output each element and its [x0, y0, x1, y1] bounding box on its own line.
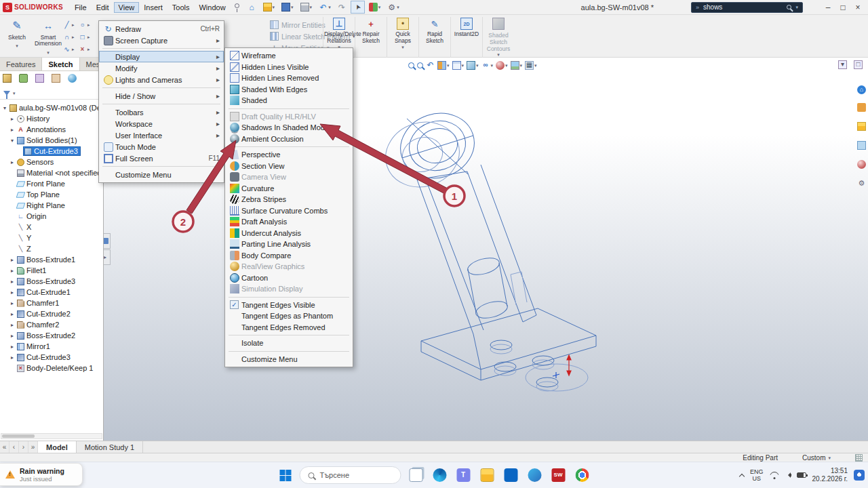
- tab-model[interactable]: Model: [38, 441, 77, 453]
- tree-item-y[interactable]: ╲Y: [1, 232, 103, 243]
- hud-view-orientation[interactable]: ▾: [452, 61, 465, 70]
- fm-tab-feature-manager-tab[interactable]: [3, 74, 12, 84]
- menu-window[interactable]: Window: [194, 2, 230, 13]
- battery-icon[interactable]: [797, 472, 806, 478]
- tree-item-history[interactable]: ▸•History: [1, 113, 103, 124]
- volume-icon[interactable]: [785, 472, 791, 478]
- start-button[interactable]: [277, 467, 294, 484]
- menu-edit[interactable]: Edit: [92, 2, 114, 13]
- expand-arrow-icon[interactable]: ▸: [9, 116, 16, 122]
- menu-tools[interactable]: Tools: [167, 2, 195, 13]
- tree-item-chamfer2[interactable]: ▸Chamfer2: [1, 319, 103, 330]
- menu-item-shaded[interactable]: Shaded: [225, 95, 353, 106]
- hud-apply-scene[interactable]: ▾: [511, 61, 523, 70]
- quicktool-open[interactable]: ▾: [260, 1, 278, 14]
- menu-item-wireframe[interactable]: Wireframe: [225, 50, 353, 62]
- taskpane-resources[interactable]: ⌂: [857, 85, 866, 94]
- taskbar-file-explorer-button[interactable]: [478, 466, 496, 485]
- tab-scroll-start[interactable]: «: [0, 441, 9, 453]
- menu-item-cartoon[interactable]: Cartoon: [225, 272, 353, 284]
- menu-item-camera-view[interactable]: Camera View: [225, 171, 353, 183]
- dropdown-caret-icon[interactable]: ▾: [273, 5, 275, 9]
- dropdown-caret-icon[interactable]: ▾: [397, 5, 399, 9]
- menu-item-customize-menu[interactable]: Customize Menu: [99, 169, 224, 180]
- config-selector[interactable]: Custom ▾: [802, 454, 831, 462]
- quicktool-print[interactable]: ▾: [298, 1, 315, 14]
- hud-hide-show-items[interactable]: ∞▾: [481, 61, 494, 70]
- menu-item-realview-graphics[interactable]: RealView Graphics: [225, 261, 353, 272]
- expand-arrow-icon[interactable]: ▸: [9, 354, 16, 361]
- quicktool-redo[interactable]: ↷: [335, 1, 349, 14]
- menu-item-screen-capture[interactable]: Screen Capture▸: [99, 35, 224, 46]
- menu-insert[interactable]: Insert: [139, 2, 167, 13]
- menu-item-toolbars[interactable]: Toolbars▸: [99, 106, 224, 118]
- menu-item-isolate[interactable]: Isolate: [225, 338, 353, 349]
- tree-item-cut-extrude1[interactable]: ▸Cut-Extrude1: [1, 287, 103, 298]
- menu-item-draft-quality-hlr-hlv[interactable]: Draft Quality HLR/HLV: [225, 111, 353, 123]
- hud-edit-appearance[interactable]: ▾: [496, 61, 508, 70]
- menu-file[interactable]: File: [70, 2, 92, 13]
- tree-horizontal-scrollbar[interactable]: [1, 433, 102, 439]
- menu-item-ambient-occlusion[interactable]: Ambient Occlusion: [225, 134, 353, 145]
- window-maximize[interactable]: □: [835, 3, 850, 12]
- expand-arrow-icon[interactable]: ▸: [9, 279, 16, 285]
- taskbar-edge-button[interactable]: [431, 466, 449, 485]
- expand-arrow-icon[interactable]: ▸: [9, 322, 16, 328]
- menu-item-customize-menu[interactable]: Customize Menu: [225, 354, 353, 365]
- menu-item-tangent-edges-removed[interactable]: Tangent Edges Removed: [225, 322, 353, 333]
- taskbar-search[interactable]: Търсене: [300, 466, 401, 484]
- tree-item-annotations[interactable]: ▸AAnnotations: [1, 124, 103, 135]
- menu-item-shaded-with-edges[interactable]: Shaded With Edges: [225, 84, 353, 96]
- hud-display-style[interactable]: ▾: [467, 61, 479, 70]
- ribbon-sketch-button[interactable]: ✎Sketch▾: [3, 17, 31, 57]
- notification-toast[interactable]: Rain warning Just issued: [0, 463, 83, 486]
- tool-line-tool[interactable]: ╱▸: [62, 19, 77, 30]
- ribbon-rapid-sketch-button[interactable]: ✎Rapid Sketch: [418, 17, 450, 58]
- expand-arrow-icon[interactable]: ▸: [9, 127, 16, 133]
- expand-arrow-icon[interactable]: ▸: [9, 300, 16, 306]
- tree-item-sensors[interactable]: ▸Sensors: [1, 157, 103, 167]
- menu-item-tangent-edges-as-phantom[interactable]: Tangent Edges as Phantom: [225, 310, 353, 322]
- menu-item-hide-show[interactable]: Hide / Show▸: [99, 90, 224, 102]
- tree-item-top-plane[interactable]: Top Plane: [1, 189, 103, 200]
- menu-item-parting-line-analysis[interactable]: Parting Line Analysis: [225, 239, 353, 250]
- taskbar-solidworks-button[interactable]: SW: [549, 466, 568, 485]
- scrollbar-thumb[interactable]: [2, 434, 35, 438]
- tab-scroll-right[interactable]: ›: [19, 441, 28, 453]
- menu-item-draft-analysis[interactable]: Draft Analysis: [225, 216, 353, 228]
- tab-scroll-left[interactable]: ‹: [9, 441, 19, 453]
- taskbar-chrome-button[interactable]: [573, 466, 591, 485]
- dropdown-caret-icon[interactable]: ▾: [291, 5, 294, 9]
- menu-item-curvature[interactable]: Curvature: [225, 183, 353, 195]
- menu-item-body-compare[interactable]: Body Compare: [225, 250, 353, 262]
- pin-icon[interactable]: [235, 3, 239, 8]
- menu-item-shadows-in-shaded-mode[interactable]: Shadows In Shaded Mode: [225, 122, 353, 134]
- menu-item-simulation-display[interactable]: Simulation Display: [225, 283, 353, 295]
- hud-zoom-area[interactable]: [417, 62, 423, 68]
- tree-item-x[interactable]: ╲X: [1, 222, 103, 232]
- tab-features[interactable]: Features: [0, 58, 42, 70]
- language-indicator[interactable]: ENGUS: [750, 468, 764, 483]
- menu-item-hidden-lines-visible[interactable]: Hidden Lines Visible: [225, 62, 353, 73]
- tool-spline-tool[interactable]: ∿▸: [62, 43, 77, 55]
- ribbon-smart-dimension-button[interactable]: ↔Smart Dimension▾: [34, 17, 62, 57]
- tree-item-chamfer1[interactable]: ▸Chamfer1: [1, 298, 103, 308]
- tree-item-material-not-specified[interactable]: Material <not specified>: [1, 167, 103, 178]
- quicktool-select[interactable]: ➤: [351, 1, 365, 14]
- tab-scroll-end[interactable]: »: [28, 441, 38, 453]
- tree-item-cut-extrude2[interactable]: ▸Cut-Extrude2: [1, 308, 103, 319]
- taskbar-store-button[interactable]: [502, 466, 520, 485]
- hud-view-settings[interactable]: ▦▾: [525, 61, 537, 70]
- hud-zoom-fit[interactable]: [408, 62, 414, 68]
- fm-tab-display-manager-tab[interactable]: [68, 74, 77, 84]
- tool-trim-tool[interactable]: ×▸: [78, 43, 93, 55]
- quicktool-undo[interactable]: ↶▾: [316, 1, 334, 14]
- tree-item-aula-bg-sw-m01v08-defaul[interactable]: ▾aula.bg-SW-m01v08 (Defaul: [1, 102, 103, 113]
- menu-item-workspace[interactable]: Workspace▸: [99, 118, 224, 129]
- taskbar-settings-button[interactable]: [526, 466, 544, 485]
- tree-item-right-plane[interactable]: Right Plane: [1, 200, 103, 211]
- tab-motion-study-1[interactable]: Motion Study 1: [77, 441, 143, 453]
- fm-tab-configuration-manager-tab[interactable]: [35, 74, 44, 84]
- taskpane-appearances-pane[interactable]: [857, 160, 866, 170]
- collapse-arrow-icon[interactable]: ▾: [9, 138, 16, 144]
